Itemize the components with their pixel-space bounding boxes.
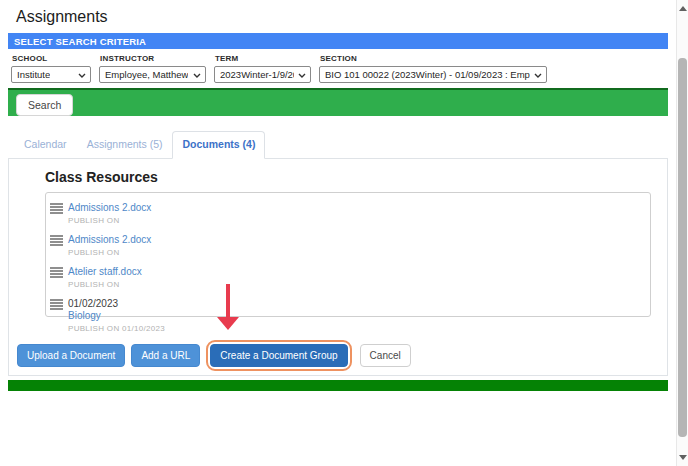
vertical-scrollbar[interactable] <box>676 0 688 466</box>
chevron-down-icon <box>193 69 201 80</box>
school-label: SCHOOL <box>12 54 91 63</box>
arrow-shaft <box>226 284 230 317</box>
main-content: Assignments SELECT SEARCH CRITERIA SCHOO… <box>0 0 676 391</box>
scrollbar-thumb[interactable] <box>678 58 687 437</box>
publish-status: PUBLISH ON <box>68 279 142 290</box>
document-list: Admissions 2.docx PUBLISH ON Admissions … <box>45 192 651 317</box>
class-resources-heading: Class Resources <box>45 169 667 185</box>
tab-calendar[interactable]: Calendar <box>14 131 77 158</box>
document-link[interactable]: Atelier staff.docx <box>68 266 142 278</box>
document-list-item: Atelier staff.docx PUBLISH ON <box>46 262 650 294</box>
search-button[interactable]: Search <box>16 94 73 116</box>
document-icon <box>50 267 63 278</box>
tab-documents[interactable]: Documents (4) <box>172 131 265 159</box>
scroll-down-icon[interactable] <box>679 455 687 460</box>
search-action-bar: Search <box>8 88 668 116</box>
chevron-down-icon <box>298 69 306 80</box>
document-text: Atelier staff.docx PUBLISH ON <box>68 266 142 290</box>
document-link[interactable]: Biology <box>68 310 165 322</box>
document-list-item: Admissions 2.docx PUBLISH ON <box>46 230 650 262</box>
search-criteria-header: SELECT SEARCH CRITERIA <box>8 33 668 49</box>
section-select[interactable]: BIO 101 00022 (2023Winter) - 01/09/2023 … <box>319 66 547 83</box>
scroll-up-icon[interactable] <box>679 6 687 11</box>
document-link[interactable]: Admissions 2.docx <box>68 202 151 214</box>
publish-status: PUBLISH ON <box>68 247 151 258</box>
create-document-group-button[interactable]: Create a Document Group <box>210 344 347 367</box>
tab-bar: Calendar Assignments (5) Documents (4) <box>14 131 676 158</box>
field-term: TERM 2023Winter-1/9/2023 <box>214 53 311 83</box>
upload-document-button[interactable]: Upload a Document <box>17 344 125 367</box>
add-url-button[interactable]: Add a URL <box>131 344 200 367</box>
document-icon <box>50 299 63 310</box>
instructor-select[interactable]: Employee, Matthew <box>99 66 206 83</box>
document-actions: Upload a Document Add a URL Create a Doc… <box>17 344 667 367</box>
chevron-down-icon <box>78 69 86 80</box>
section-label: SECTION <box>320 54 547 63</box>
cancel-button[interactable]: Cancel <box>360 344 411 367</box>
red-arrow-annotation-icon <box>217 284 239 330</box>
document-icon <box>50 203 63 214</box>
search-criteria-panel: SELECT SEARCH CRITERIA SCHOOL Institute … <box>8 33 668 116</box>
document-date: 01/02/2023 <box>68 298 165 310</box>
term-select[interactable]: 2023Winter-1/9/2023 <box>214 66 311 83</box>
search-criteria-fields: SCHOOL Institute INSTRUCTOR Employee, Ma… <box>8 49 668 88</box>
school-select[interactable]: Institute <box>11 66 91 83</box>
document-text: 01/02/2023 Biology PUBLISH ON 01/10/2023 <box>68 298 165 334</box>
publish-status: PUBLISH ON 01/10/2023 <box>68 323 165 334</box>
school-select-value: Institute <box>17 69 50 80</box>
arrow-head <box>217 317 239 330</box>
field-school: SCHOOL Institute <box>11 53 91 83</box>
tab-assignments[interactable]: Assignments (5) <box>77 131 173 158</box>
field-instructor: INSTRUCTOR Employee, Matthew <box>99 53 206 83</box>
documents-panel: Class Resources Admissions 2.docx PUBLIS… <box>8 158 668 376</box>
document-list-item: Admissions 2.docx PUBLISH ON <box>46 198 650 230</box>
page-title: Assignments <box>16 8 676 26</box>
instructor-select-value: Employee, Matthew <box>105 69 188 80</box>
field-section: SECTION BIO 101 00022 (2023Winter) - 01/… <box>319 53 547 83</box>
chevron-down-icon <box>534 69 542 80</box>
app-window: Assignments SELECT SEARCH CRITERIA SCHOO… <box>0 0 688 466</box>
section-select-value: BIO 101 00022 (2023Winter) - 01/09/2023 … <box>325 69 530 80</box>
footer-green-bar <box>8 380 668 391</box>
publish-status: PUBLISH ON <box>68 215 151 226</box>
term-label: TERM <box>215 54 311 63</box>
instructor-label: INSTRUCTOR <box>100 54 206 63</box>
document-list-item: 01/02/2023 Biology PUBLISH ON 01/10/2023 <box>46 294 650 338</box>
term-select-value: 2023Winter-1/9/2023 <box>220 69 294 80</box>
document-link[interactable]: Admissions 2.docx <box>68 234 151 246</box>
document-icon <box>50 235 63 246</box>
document-text: Admissions 2.docx PUBLISH ON <box>68 202 151 226</box>
document-text: Admissions 2.docx PUBLISH ON <box>68 234 151 258</box>
